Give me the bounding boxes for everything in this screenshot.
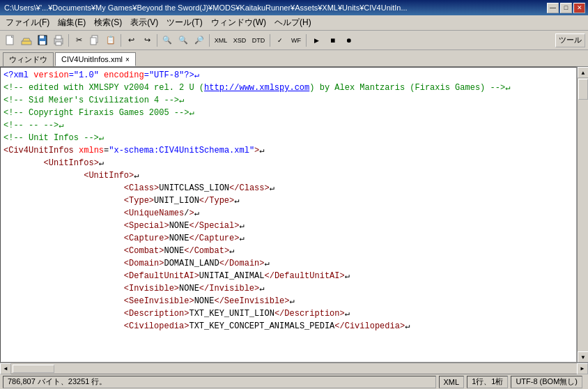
code-line-21: <Civilopedia>TXT_KEY_CONCEPT_ANIMALS_PED… xyxy=(1,320,576,333)
hscroll-right-button[interactable]: ▶ xyxy=(577,363,588,374)
toolbar-print-button[interactable] xyxy=(51,33,66,48)
scroll-down-button[interactable]: ▼ xyxy=(578,351,588,363)
toolbar-xml2-button[interactable]: XSD xyxy=(231,33,249,48)
code-line-10: <Class>UNITCLASS_LION</Class>↵ xyxy=(1,182,576,194)
code-line-6: <!-- Unit Infos -->↵ xyxy=(1,132,576,144)
code-line-15: <Combat>NONE</Combat>↵ xyxy=(1,245,576,257)
toolbar-search2-button[interactable]: 🔍 xyxy=(176,33,191,48)
tab-bar: ウィンドウ CIV4UnitInfos.xml × xyxy=(0,50,588,67)
scroll-up-button[interactable]: ▲ xyxy=(578,67,588,78)
horizontal-scrollbar[interactable]: ◀ ▶ xyxy=(0,363,588,374)
svg-rect-7 xyxy=(56,36,61,39)
toolbar-right-section: ツール xyxy=(555,33,585,47)
toolbar-copy-button[interactable] xyxy=(87,33,102,48)
menu-file[interactable]: ファイル(F) xyxy=(1,15,54,30)
code-line-19: <SeeInvisible>NONE</SeeInvisible>↵ xyxy=(1,295,576,307)
code-line-17: <DefaultUnitAI>UNITAI_ANIMAL</DefaultUni… xyxy=(1,270,576,282)
code-line-14: <Capture>NONE</Capture>↵ xyxy=(1,232,576,245)
status-position: 1行、1桁 xyxy=(467,376,508,388)
status-xml-type: XML xyxy=(439,376,465,388)
code-line-4: <!-- Copyright Firaxis Games 2005 -->↵ xyxy=(1,107,576,119)
toolbar-extra1-button[interactable]: ▶ xyxy=(309,33,324,48)
svg-rect-10 xyxy=(91,38,96,45)
code-line-11: <Type>UNIT_LION</Type>↵ xyxy=(1,194,576,207)
close-button[interactable]: ✕ xyxy=(573,3,585,13)
menu-bar: ファイル(F) 編集(E) 検索(S) 表示(V) ツール(T) ウィンドウ(W… xyxy=(0,15,588,31)
toolbar-separator-3 xyxy=(157,34,157,47)
toolbar-redo-button[interactable]: ↪ xyxy=(139,33,155,48)
tab-close-button[interactable]: × xyxy=(125,56,130,63)
minimize-button[interactable]: — xyxy=(547,3,559,13)
toolbar-xml1-button[interactable]: XML xyxy=(212,33,230,48)
editor-main: <?xml version="1.0" encoding="UTF-8"?>↵<… xyxy=(0,67,588,363)
editor-container: <?xml version="1.0" encoding="UTF-8"?>↵<… xyxy=(0,67,588,374)
toolbar-extra2-button[interactable]: ⏹ xyxy=(325,33,340,48)
code-line-20: <Description>TXT_KEY_UNIT_LION</Descript… xyxy=(1,307,576,320)
toolbar-separator-1 xyxy=(68,34,69,47)
menu-help[interactable]: ヘルプ(H) xyxy=(270,15,316,30)
menu-edit[interactable]: 編集(E) xyxy=(54,15,90,30)
toolbar-extra3-button[interactable]: ⏺ xyxy=(341,33,356,48)
code-line-8: <UnitInfos>↵ xyxy=(1,157,576,169)
hscroll-left-button[interactable]: ◀ xyxy=(0,363,11,374)
toolbar-validate-button[interactable]: ✓ xyxy=(272,33,288,48)
menu-view[interactable]: 表示(V) xyxy=(126,15,162,30)
tab-file[interactable]: CIV4UnitInfos.xml × xyxy=(55,52,136,66)
toolbar-separator-4 xyxy=(209,34,210,47)
toolbar-save-button[interactable] xyxy=(35,33,50,48)
svg-rect-2 xyxy=(22,41,31,45)
svg-rect-5 xyxy=(40,41,45,45)
code-line-5: <!-- -- -->↵ xyxy=(1,119,576,132)
code-line-12: <UniqueNames/>↵ xyxy=(1,207,576,220)
title-bar: C:\Users\¥'...¥Documents¥My Games¥Beyond… xyxy=(0,0,588,15)
status-file-info: 786,807 バイト、23251 行。 xyxy=(3,376,436,388)
code-line-9: <UnitInfo>↵ xyxy=(1,169,576,182)
toolbar-separator-6 xyxy=(306,34,307,47)
svg-rect-4 xyxy=(40,36,44,38)
status-bar: 786,807 バイト、23251 行。 XML 1行、1桁 UTF-8 (BO… xyxy=(0,374,588,389)
toolbar-new-button[interactable] xyxy=(3,33,18,48)
tab-window[interactable]: ウィンドウ xyxy=(3,52,54,66)
toolbar-paste-button[interactable]: 📋 xyxy=(103,33,118,48)
window-controls: — □ ✕ xyxy=(547,3,585,13)
svg-rect-8 xyxy=(56,42,61,45)
code-line-16: <Domain>DOMAIN_LAND</Domain>↵ xyxy=(1,257,576,270)
hscroll-track[interactable] xyxy=(12,364,576,374)
maximize-button[interactable]: □ xyxy=(560,3,572,13)
scroll-thumb[interactable] xyxy=(578,79,588,100)
toolbar-separator-2 xyxy=(121,34,121,47)
code-line-18: <Invisible>NONE</Invisible>↵ xyxy=(1,282,576,295)
status-encoding: UTF-8 (BOM無し) xyxy=(511,376,582,388)
menu-tools[interactable]: ツール(T) xyxy=(162,15,206,30)
code-line-2: <!-- edited with XMLSPY v2004 rel. 2 U (… xyxy=(1,82,576,94)
toolbar-wf-button[interactable]: WF xyxy=(288,33,304,48)
toolbar: ✂ 📋 ↩ ↪ 🔍 🔍 🔎 XML XSD DTD ✓ WF ▶ ⏹ ⏺ ツール xyxy=(0,31,588,50)
toolbar-separator-5 xyxy=(270,34,270,47)
toolbar-open-button[interactable] xyxy=(19,33,34,48)
vertical-scrollbar[interactable]: ▲ ▼ xyxy=(577,67,588,363)
toolbar-undo-button[interactable]: ↩ xyxy=(123,33,139,48)
code-line-7: <Civ4UnitInfos xmlns="x-schema:CIV4UnitS… xyxy=(1,144,576,157)
title-text: C:\Users\¥'...¥Documents¥My Games¥Beyond… xyxy=(3,3,547,12)
code-line-1: <?xml version="1.0" encoding="UTF-8"?>↵ xyxy=(1,69,576,82)
hscroll-thumb[interactable] xyxy=(13,365,54,373)
toolbar-search-button[interactable]: 🔍 xyxy=(160,33,175,48)
menu-window[interactable]: ウィンドウ(W) xyxy=(207,15,270,30)
toolbar-xml3-button[interactable]: DTD xyxy=(249,33,268,48)
toolbar-cut-button[interactable]: ✂ xyxy=(71,33,86,48)
scroll-track-body[interactable] xyxy=(578,78,588,351)
code-editor[interactable]: <?xml version="1.0" encoding="UTF-8"?>↵<… xyxy=(0,67,577,363)
code-line-3: <!-- Sid Meier's Civilization 4 -->↵ xyxy=(1,94,576,107)
toolbar-tools-button[interactable]: ツール xyxy=(555,33,585,47)
code-line-13: <Special>NONE</Special>↵ xyxy=(1,220,576,232)
menu-search[interactable]: 検索(S) xyxy=(90,15,126,30)
toolbar-search3-button[interactable]: 🔎 xyxy=(192,33,207,48)
